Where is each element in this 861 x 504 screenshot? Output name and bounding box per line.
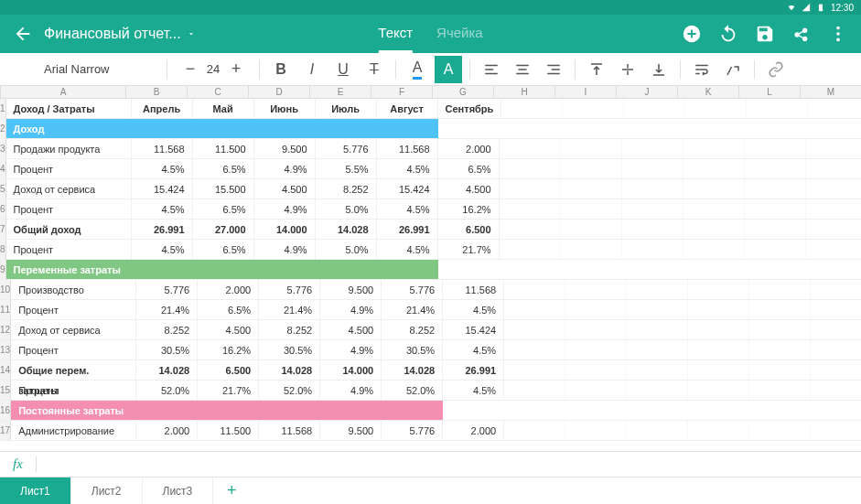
cell-empty[interactable]	[749, 421, 811, 440]
cell[interactable]: 6.500	[438, 220, 500, 239]
cell[interactable]: 11.568	[132, 139, 193, 158]
cell[interactable]: 5.776	[136, 280, 198, 299]
row-header[interactable]: 11	[0, 300, 11, 319]
cell-empty[interactable]	[561, 260, 622, 279]
cell-empty[interactable]	[504, 340, 565, 359]
cell-empty[interactable]	[627, 401, 688, 420]
add-sheet-button[interactable]: +	[213, 477, 250, 504]
cell-empty[interactable]	[565, 401, 627, 420]
cell-empty[interactable]	[561, 139, 622, 158]
cell[interactable]: 6.5%	[198, 300, 259, 319]
cell[interactable]: 4.500	[254, 179, 316, 198]
col-header-F[interactable]: F	[371, 86, 433, 98]
font-size-value[interactable]: 24	[204, 62, 222, 76]
cell-empty[interactable]	[806, 159, 861, 178]
cell[interactable]: 4.500	[198, 320, 259, 339]
cell-empty[interactable]	[806, 179, 861, 198]
cell[interactable]: 5.776	[382, 421, 443, 440]
cell[interactable]: Май	[193, 99, 254, 118]
cell-empty[interactable]	[683, 199, 745, 219]
cell[interactable]: 52.0%	[136, 381, 198, 400]
cell[interactable]: Август	[377, 99, 438, 118]
cell[interactable]: 4.9%	[254, 240, 316, 259]
cell[interactable]: 21.4%	[382, 300, 443, 319]
cell[interactable]	[377, 260, 438, 279]
cell-empty[interactable]	[745, 260, 806, 279]
cell-empty[interactable]	[688, 381, 749, 400]
cell[interactable]: 14.028	[382, 360, 443, 380]
cell[interactable]: 6.500	[198, 360, 259, 380]
cell-empty[interactable]	[622, 199, 683, 219]
cell[interactable]: Процент	[6, 199, 132, 219]
cell-empty[interactable]	[745, 139, 806, 158]
col-header-M[interactable]: M	[801, 86, 861, 98]
cell[interactable]	[377, 119, 438, 138]
cell[interactable]: Доход	[6, 119, 132, 138]
cell[interactable]: 8.252	[316, 179, 377, 198]
cell[interactable]: 4.5%	[377, 159, 438, 178]
cell[interactable]	[254, 260, 316, 279]
cell-empty[interactable]	[749, 280, 811, 299]
cell-empty[interactable]	[561, 220, 622, 239]
cell[interactable]: Сентябрь	[438, 99, 502, 118]
cell-empty[interactable]	[806, 199, 861, 219]
cell[interactable]: 6.5%	[193, 199, 254, 219]
cell-empty[interactable]	[501, 99, 563, 118]
cell-empty[interactable]	[504, 320, 565, 339]
cell-empty[interactable]	[806, 139, 861, 158]
cell[interactable]: 4.9%	[320, 300, 382, 319]
cell-empty[interactable]	[500, 240, 561, 259]
fx-button[interactable]: fx	[0, 456, 37, 472]
cell[interactable]: Процент	[6, 240, 132, 259]
cell-empty[interactable]	[561, 159, 622, 178]
cell-empty[interactable]	[811, 421, 861, 440]
cell[interactable]: 27.000	[193, 220, 254, 239]
cell-empty[interactable]	[749, 300, 811, 319]
cell-empty[interactable]	[811, 381, 861, 400]
cell[interactable]: 15.424	[443, 320, 504, 339]
cell-empty[interactable]	[627, 280, 688, 299]
italic-button[interactable]: I	[298, 56, 326, 83]
cell-empty[interactable]	[627, 421, 688, 440]
cell[interactable]: 2.000	[136, 421, 198, 440]
align-left-button[interactable]	[478, 56, 505, 83]
cell-empty[interactable]	[683, 220, 745, 239]
cell[interactable]: 4.500	[320, 320, 382, 339]
cell[interactable]: Процент	[11, 381, 136, 400]
col-header-E[interactable]: E	[310, 86, 371, 98]
cell[interactable]: 16.2%	[438, 199, 500, 219]
cell[interactable]: 21.4%	[136, 300, 198, 319]
cell[interactable]: Переменные затраты	[6, 260, 132, 279]
share-icon[interactable]	[791, 24, 812, 44]
more-icon[interactable]	[828, 24, 848, 44]
cell[interactable]: 4.5%	[443, 381, 504, 400]
tab-text[interactable]: Текст	[378, 15, 413, 53]
cell[interactable]: 30.5%	[259, 340, 320, 359]
cell[interactable]: 6.5%	[193, 240, 254, 259]
cell[interactable]: 11.500	[198, 421, 259, 440]
cell[interactable]	[259, 401, 320, 420]
cell-empty[interactable]	[622, 260, 683, 279]
cell-empty[interactable]	[688, 421, 749, 440]
cell[interactable]: 21.4%	[259, 300, 320, 319]
cell-empty[interactable]	[627, 360, 688, 380]
cell-empty[interactable]	[504, 360, 565, 380]
col-header-L[interactable]: L	[739, 86, 801, 98]
cell-empty[interactable]	[622, 240, 683, 259]
cell[interactable]: Общие перем. затраты	[11, 360, 136, 380]
cell[interactable]: 4.9%	[254, 159, 316, 178]
cell-empty[interactable]	[811, 401, 861, 420]
cell-empty[interactable]	[749, 360, 811, 380]
cell[interactable]: 5.776	[259, 280, 320, 299]
cell[interactable]: 2.000	[443, 421, 504, 440]
cell[interactable]: 8.252	[382, 320, 443, 339]
row-header[interactable]: 12	[0, 320, 11, 339]
cell-empty[interactable]	[561, 199, 622, 219]
add-icon[interactable]	[682, 24, 702, 44]
col-header-A[interactable]: A	[1, 86, 126, 98]
cell-empty[interactable]	[811, 360, 861, 380]
row-header[interactable]: 16	[0, 401, 11, 420]
cell-empty[interactable]	[688, 401, 749, 420]
wrap-button[interactable]	[688, 56, 716, 83]
cell[interactable]: Администрирование	[11, 421, 136, 440]
